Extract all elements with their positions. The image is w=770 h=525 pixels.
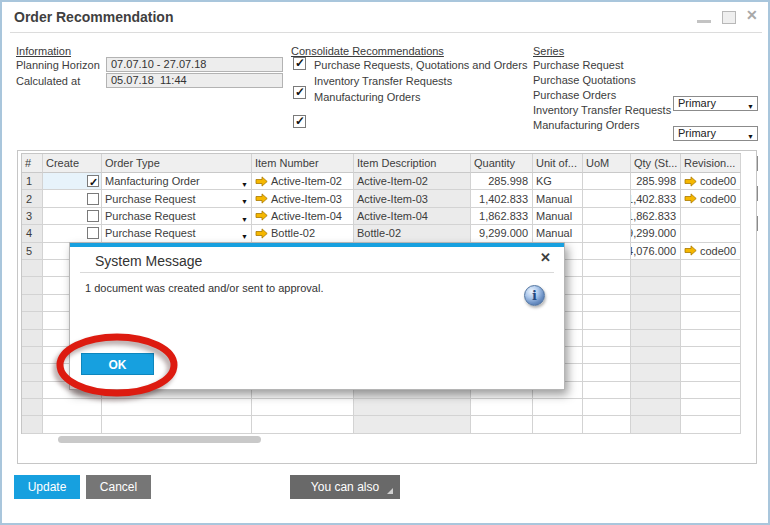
row-number-cell [22, 416, 43, 433]
qty-st-cell [631, 260, 681, 277]
order-type-cell[interactable]: Purchase Request▼ [102, 225, 252, 242]
order-type-cell[interactable] [102, 399, 252, 416]
column-header: Quantity [471, 154, 533, 173]
revision-cell [681, 347, 741, 364]
cancel-button[interactable]: Cancel [86, 475, 151, 499]
row-number-cell [22, 364, 43, 381]
quantity-cell[interactable] [471, 399, 533, 416]
chevron-down-icon: ▼ [747, 100, 754, 113]
column-header: Create [43, 154, 102, 173]
order-type-cell[interactable] [102, 416, 252, 433]
quantity-cell[interactable] [471, 416, 533, 433]
row-number-cell [22, 312, 43, 329]
qty-st-cell [631, 347, 681, 364]
table-row: 3Purchase Request▼Active-Item-04Active-I… [22, 208, 741, 225]
link-arrow-icon[interactable] [684, 245, 697, 256]
order-type-cell[interactable]: Manfacturing Order▼ [102, 173, 252, 190]
item-number-value: Active-Item-03 [271, 191, 342, 207]
item-number-cell [252, 399, 354, 416]
unit-of-cell: KG [533, 173, 583, 190]
order-type-value: Purchase Request [105, 208, 196, 224]
dialog-message: 1 document was created and/or sent to ap… [85, 282, 323, 294]
consolidate-checkbox-0[interactable] [293, 57, 306, 70]
titlebar-divider [10, 32, 762, 33]
series-select-0[interactable]: Primary▼ [673, 96, 758, 111]
qty-st-cell [631, 416, 681, 433]
horizontal-scrollbar[interactable] [58, 436, 261, 443]
link-arrow-icon[interactable] [255, 176, 268, 187]
table-header-row: #CreateOrder TypeItem NumberItem Descrip… [22, 154, 741, 173]
uom-cell [583, 277, 631, 294]
update-button[interactable]: Update [14, 475, 80, 499]
chevron-down-icon: ▼ [747, 130, 754, 143]
revision-value: code00 [700, 173, 736, 189]
quantity-cell[interactable]: 1,862.833 [471, 208, 533, 225]
order-recommendation-window: Order Recommendation ✕ Information Plann… [0, 0, 770, 525]
qty-st-cell [631, 382, 681, 399]
table-row-empty [22, 416, 741, 433]
dialog-title: System Message [95, 253, 202, 269]
close-icon[interactable]: ✕ [746, 7, 758, 23]
link-arrow-icon[interactable] [255, 228, 268, 239]
create-cell [43, 208, 102, 225]
revision-cell [681, 295, 741, 312]
create-checkbox[interactable] [87, 193, 99, 205]
qty-st-cell [631, 364, 681, 381]
consolidate-option-label: Inventory Transfer Requests [314, 75, 452, 87]
you-can-also-label: You can also [311, 480, 379, 494]
revision-cell [681, 364, 741, 381]
create-checkbox[interactable] [87, 210, 99, 222]
revision-value: code00 [700, 243, 736, 259]
table-row: 4Purchase Request▼Bottle-02Bottle-029,29… [22, 225, 741, 242]
order-type-value: Manfacturing Order [105, 173, 200, 189]
column-header: Qty (St... [631, 154, 681, 173]
order-type-cell[interactable]: Purchase Request▼ [102, 190, 252, 207]
consolidate-checkbox-1[interactable] [293, 86, 306, 99]
revision-cell [681, 330, 741, 347]
link-arrow-icon[interactable] [684, 176, 697, 187]
you-can-also-button[interactable]: You can also [290, 475, 400, 499]
item-number-cell: Active-Item-02 [252, 173, 354, 190]
uom-cell [583, 312, 631, 329]
column-header: Item Description [354, 154, 471, 173]
link-arrow-icon[interactable] [255, 193, 268, 204]
qty-st-cell [631, 330, 681, 347]
quantity-cell[interactable]: 1,402.833 [471, 190, 533, 207]
create-checkbox[interactable] [87, 227, 99, 239]
order-type-cell[interactable]: Purchase Request▼ [102, 208, 252, 225]
unit-of-cell: Manual [533, 225, 583, 242]
create-checkbox[interactable] [87, 175, 99, 187]
dialog-close-icon[interactable]: ✕ [540, 250, 551, 265]
chevron-down-icon: ▼ [241, 194, 248, 207]
column-header: # [22, 154, 43, 173]
unit-of-cell: Manual [533, 208, 583, 225]
qty-st-cell [631, 277, 681, 294]
consolidate-checkbox-2[interactable] [293, 115, 306, 128]
row-number-cell: 4 [22, 225, 43, 242]
uom-cell [583, 416, 631, 433]
ok-button[interactable]: OK [81, 353, 154, 375]
item-number-value: Active-Item-02 [271, 173, 342, 189]
qty-st-cell [631, 295, 681, 312]
item-description-cell: Bottle-02 [354, 225, 471, 242]
series-select-1[interactable]: Primary▼ [673, 126, 758, 141]
link-arrow-icon[interactable] [684, 193, 697, 204]
series-select-value: Primary [678, 97, 716, 109]
row-number-cell: 5 [22, 243, 43, 260]
maximize-icon[interactable] [722, 11, 736, 24]
qty-st-cell: 4,076.000 [631, 243, 681, 260]
uom-cell [583, 330, 631, 347]
item-number-value: Bottle-02 [271, 225, 315, 241]
row-number-cell [22, 260, 43, 277]
column-header: Revision... [681, 154, 741, 173]
column-header: Order Type [102, 154, 252, 173]
minimize-icon[interactable] [697, 20, 711, 23]
create-cell [43, 416, 102, 433]
item-description-cell: Active-Item-03 [354, 190, 471, 207]
row-number-cell: 3 [22, 208, 43, 225]
quantity-cell[interactable]: 285.998 [471, 173, 533, 190]
link-arrow-icon[interactable] [255, 210, 268, 221]
row-number-cell [22, 277, 43, 294]
quantity-cell[interactable]: 9,299.000 [471, 225, 533, 242]
row-number-cell [22, 347, 43, 364]
